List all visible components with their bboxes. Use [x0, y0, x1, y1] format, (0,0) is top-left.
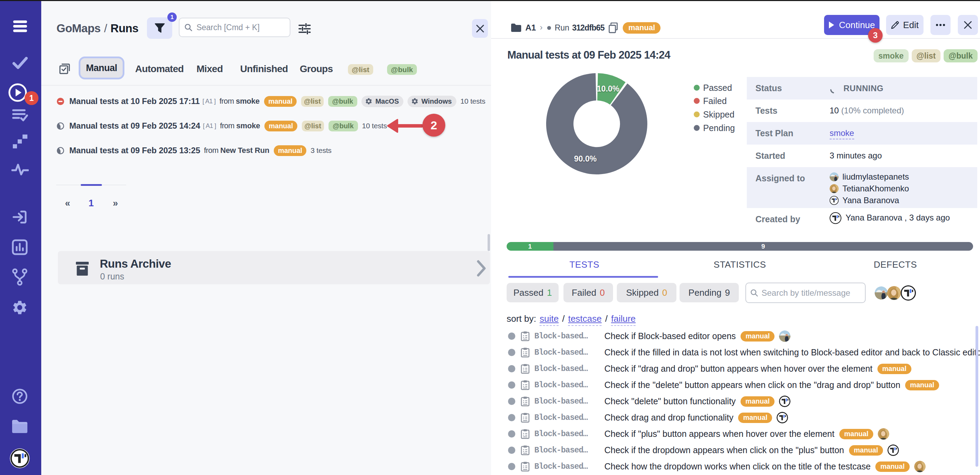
test-title[interactable]: Check if Block-based editor opens — [605, 331, 736, 341]
tests-search-input[interactable] — [761, 288, 861, 298]
test-title[interactable]: Check if "plus" button appears when hove… — [605, 429, 834, 439]
env-macos[interactable]: MacOS — [361, 96, 403, 107]
import-login-icon[interactable] — [12, 209, 27, 225]
reports-chart-icon[interactable] — [12, 239, 28, 255]
test-plans-icon[interactable] — [12, 109, 28, 122]
tag-smoke[interactable]: smoke — [873, 49, 908, 62]
test-row-8[interactable]: Block-based…Check if the dropdown appear… — [491, 442, 980, 458]
test-row-2[interactable]: Block-based…Check if the filled in data … — [491, 344, 980, 360]
test-title[interactable]: Check if the filled in data is not lost … — [605, 347, 980, 357]
tag-manual[interactable]: manual — [274, 145, 306, 156]
sort-by-failure[interactable]: failure — [611, 313, 636, 326]
edit-button[interactable]: Edit — [886, 15, 924, 35]
multi-select-icon[interactable] — [59, 64, 70, 76]
filter-skipped-chip[interactable]: Skipped0 — [617, 283, 676, 302]
tag-filter-bulk[interactable]: @bulk — [387, 64, 417, 75]
settings-gear-icon[interactable] — [11, 299, 28, 316]
test-suite[interactable]: Block-based… — [535, 332, 600, 341]
filter-pending-chip[interactable]: Pending9 — [679, 283, 739, 302]
test-title[interactable]: Check if the "delete" button appears whe… — [605, 380, 900, 390]
tab-statistics[interactable]: STATISTICS — [662, 259, 818, 270]
test-row-9[interactable]: Block-based…Check how the dropdown works… — [491, 458, 980, 475]
pagination-prev[interactable]: « — [65, 198, 70, 209]
breadcrumb-folder[interactable]: A1 — [525, 23, 536, 33]
tag-list[interactable]: @list — [912, 49, 941, 62]
tag-bulk[interactable]: @bulk — [943, 49, 978, 62]
left-panel-scrollbar[interactable] — [488, 234, 490, 251]
analytics-pulse-icon[interactable] — [11, 163, 29, 176]
tag-list[interactable]: @list — [301, 96, 323, 107]
more-actions-button[interactable] — [931, 15, 951, 35]
runs-archive-card[interactable]: Runs Archive 0 runs — [58, 251, 490, 284]
test-suite[interactable]: Block-based… — [535, 397, 600, 406]
tab-automated[interactable]: Automated — [135, 64, 184, 75]
test-suite[interactable]: Block-based… — [535, 430, 600, 438]
branches-icon[interactable] — [12, 268, 27, 286]
test-suite[interactable]: Block-based… — [535, 446, 600, 455]
tag-filter-list[interactable]: @list — [348, 64, 373, 75]
assignee-avatar-tetiana[interactable] — [887, 286, 901, 300]
test-row-7[interactable]: Block-based…Check if "plus" button appea… — [491, 426, 980, 442]
test-title[interactable]: Check "delete" button functionality — [605, 396, 736, 406]
pagination-page-1[interactable]: 1 — [88, 198, 94, 209]
env-windows[interactable]: Windows — [407, 96, 457, 107]
assignee-row[interactable]: Yana Baranova — [830, 196, 977, 205]
test-suite[interactable]: Block-based… — [535, 348, 600, 357]
run-row-3[interactable]: Manual tests at 09 Feb 2025 13:25 from N… — [41, 139, 491, 162]
help-icon[interactable] — [12, 388, 28, 404]
tab-tests[interactable]: TESTS — [507, 259, 662, 270]
copy-run-id-button[interactable] — [609, 22, 618, 33]
test-row-3[interactable]: Block-based…Check if "drag and drop" but… — [491, 360, 980, 377]
pagination-next[interactable]: » — [113, 198, 118, 209]
assignee-avatar-liudmyla[interactable] — [875, 286, 888, 300]
view-settings-button[interactable] — [297, 21, 312, 37]
archive-box-icon — [76, 262, 89, 276]
projects-folder-icon[interactable] — [11, 419, 29, 434]
assignee-avatar-testomat[interactable] — [900, 285, 916, 301]
tests-scrollbar[interactable] — [975, 326, 978, 467]
tab-manual[interactable]: Manual — [79, 56, 124, 80]
test-row-5[interactable]: Block-based…Check "delete" button functi… — [491, 393, 980, 410]
menu-icon[interactable] — [13, 21, 27, 32]
tag-list[interactable]: @list — [302, 121, 324, 131]
breadcrumb-project[interactable]: GoMaps — [56, 22, 100, 35]
assignee-row[interactable]: TetianaKhomenko — [830, 184, 977, 193]
steps-icon[interactable] — [13, 134, 27, 148]
filter-button[interactable] — [147, 18, 172, 39]
tag-bulk[interactable]: @bulk — [329, 121, 358, 131]
test-plan-link[interactable]: smoke — [830, 128, 854, 139]
annotation-number: 2 — [431, 119, 438, 132]
test-title[interactable]: Check drag and drop functionality — [605, 413, 733, 422]
tasks-check-icon[interactable] — [13, 57, 28, 69]
tab-groups[interactable]: Groups — [300, 64, 332, 75]
test-suite[interactable]: Block-based… — [535, 364, 600, 373]
tag-bulk[interactable]: @bulk — [328, 96, 358, 107]
search-input[interactable] — [196, 23, 285, 32]
tab-defects[interactable]: DEFECTS — [818, 259, 973, 270]
user-avatar-testomat[interactable] — [10, 448, 30, 469]
sort-by-testcase[interactable]: testcase — [568, 313, 601, 326]
test-row-4[interactable]: Block-based…Check if the "delete" button… — [491, 377, 980, 393]
test-title[interactable]: Check if "drag and drop" button appears … — [605, 364, 873, 374]
test-title[interactable]: Check how the dropdown works when click … — [605, 461, 870, 472]
assignee-row[interactable]: liudmylastepanets — [830, 172, 977, 182]
info-label: Status — [747, 77, 830, 99]
tag-manual[interactable]: manual — [264, 121, 297, 131]
testcase-clipboard-icon — [521, 429, 530, 439]
tag-manual[interactable]: manual — [264, 96, 297, 107]
test-title[interactable]: Check if the dropdown appears when click… — [605, 445, 844, 455]
sort-by-suite[interactable]: suite — [539, 313, 558, 326]
test-suite[interactable]: Block-based… — [535, 413, 600, 422]
test-suite[interactable]: Block-based… — [535, 462, 600, 471]
tab-unfinished[interactable]: Unfinished — [240, 64, 288, 75]
run-row-1[interactable]: Manual tests at 10 Feb 2025 17:11 [ A1 ]… — [41, 90, 491, 113]
filter-passed-chip[interactable]: Passed1 — [507, 283, 558, 302]
filter-failed-chip[interactable]: Failed0 — [563, 283, 613, 302]
test-row-6[interactable]: Block-based…Check drag and drop function… — [491, 410, 980, 426]
tab-mixed[interactable]: Mixed — [196, 64, 223, 75]
copy-icon — [609, 22, 618, 33]
test-row-1[interactable]: Block-based…Check if Block-based editor … — [491, 328, 980, 344]
test-suite[interactable]: Block-based… — [535, 381, 600, 390]
panel-close-button[interactable] — [472, 19, 488, 38]
detail-close-button[interactable] — [958, 15, 978, 35]
